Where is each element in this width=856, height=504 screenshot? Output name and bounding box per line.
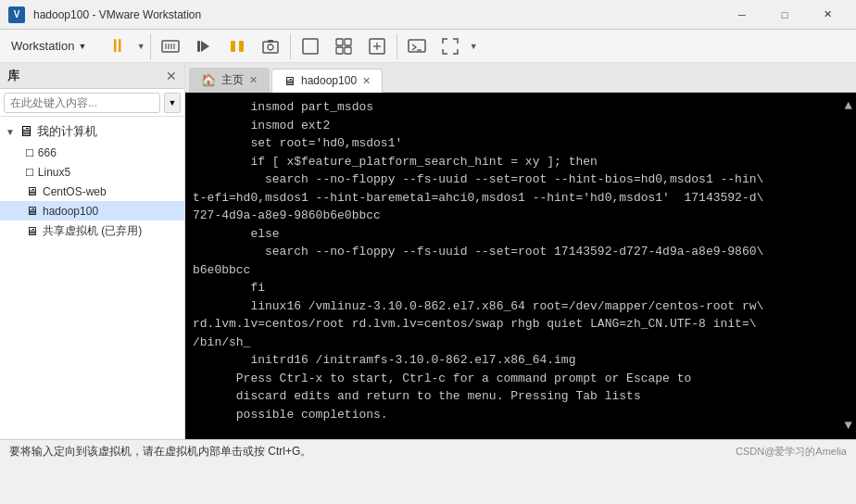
terminal-line: initrd16 /initramfs-3.10.0-862.el7.x86_6… xyxy=(193,351,849,370)
svg-point-10 xyxy=(268,44,273,50)
sidebar-item-shared-vm[interactable]: 🖥 共享虚拟机 (已弃用) xyxy=(0,220,184,242)
svg-rect-0 xyxy=(162,41,179,52)
item-label-linux5: Linux5 xyxy=(38,166,70,179)
sidebar-tree: ▼ 🖥 我的计算机 □ 666 □ Linux5 🖥 CentOS-web 🖥 … xyxy=(0,117,184,439)
console-button[interactable] xyxy=(400,30,434,63)
terminal-line: insmod ext2 xyxy=(193,117,849,135)
search-input[interactable] xyxy=(4,93,160,113)
terminal-content: insmod part_msdos insmod ext2 set root='… xyxy=(193,98,849,423)
hadoop-tab-label: hadoop100 xyxy=(301,74,357,87)
toolbar-separator-3 xyxy=(397,33,397,59)
my-computer-group[interactable]: ▼ 🖥 我的计算机 xyxy=(0,120,184,143)
svg-rect-15 xyxy=(336,47,343,54)
vm-icon-centos: 🖥 xyxy=(26,184,38,198)
app-icon: V xyxy=(7,6,26,24)
workstation-menu-label: Workstation xyxy=(11,39,74,53)
view-normal-button[interactable] xyxy=(294,30,327,63)
tab-home[interactable]: 🏠 主页 ✕ xyxy=(189,68,270,92)
power-on-button[interactable] xyxy=(187,30,220,63)
item-label-hadoop: hadoop100 xyxy=(43,205,98,218)
terminal-line: 727-4d9a-a8e9-9860b6e0bbcc xyxy=(193,207,849,225)
terminal-line: possible completions. xyxy=(193,406,849,424)
svg-rect-11 xyxy=(268,40,273,43)
vm-icon-shared: 🖥 xyxy=(26,224,38,238)
svg-rect-12 xyxy=(303,39,318,54)
tab-bar: 🏠 主页 ✕ 🖥 hadoop100 ✕ xyxy=(185,63,856,93)
sidebar-item-hadoop100[interactable]: 🖥 hadoop100 xyxy=(0,201,184,220)
terminal-line: discard edits and return to the menu. Pr… xyxy=(193,387,849,406)
fullscreen-button[interactable] xyxy=(434,30,467,63)
search-dropdown-button[interactable]: ▼ xyxy=(164,93,181,113)
suspend-button[interactable] xyxy=(220,30,254,63)
menu-dropdown-arrow: ▼ xyxy=(78,42,86,51)
svg-rect-6 xyxy=(197,41,200,52)
terminal-line: if [ x$feature_platform_search_hint = xy… xyxy=(193,153,849,171)
vm-icon-hadoop: 🖥 xyxy=(26,204,38,218)
sidebar-close-button[interactable]: ✕ xyxy=(166,69,177,83)
my-computer-label: 我的计算机 xyxy=(37,123,97,140)
window-controls: ─ □ ✕ xyxy=(721,0,849,30)
svg-rect-9 xyxy=(263,42,278,53)
computer-icon: 🖥 xyxy=(19,123,33,140)
svg-rect-16 xyxy=(345,47,351,54)
tree-expand-arrow: ▼ xyxy=(6,127,15,137)
svg-rect-8 xyxy=(239,41,244,52)
send-ctrl-alt-del-button[interactable] xyxy=(154,30,187,63)
item-label-centos: CentOS-web xyxy=(43,185,107,198)
view-tabs-button[interactable] xyxy=(327,30,360,63)
maximize-button[interactable]: □ xyxy=(763,0,806,30)
statusbar: 要将输入定向到该虚拟机，请在虚拟机内部单击或按 Ctrl+G。 CSDN@爱学习… xyxy=(0,439,856,463)
pause-dropdown[interactable]: ▼ xyxy=(134,30,147,63)
vmware-logo: V xyxy=(8,6,25,23)
terminal-line: else xyxy=(193,225,849,244)
vm-icon-linux5: □ xyxy=(26,165,33,179)
home-tab-icon: 🏠 xyxy=(201,73,216,87)
search-bar: ▼ xyxy=(0,89,184,117)
titlebar: V hadoop100 - VMware Workstation ─ □ ✕ xyxy=(0,0,856,30)
close-button[interactable]: ✕ xyxy=(806,0,849,30)
sidebar: 库 ✕ ▼ ▼ 🖥 我的计算机 □ 666 □ Linux5 🖥 xyxy=(0,63,185,439)
terminal-line: set root='hd0,msdos1' xyxy=(193,134,849,153)
sidebar-item-centos-web[interactable]: 🖥 CentOS-web xyxy=(0,182,184,201)
pause-button[interactable]: ⏸ xyxy=(101,30,134,63)
hadoop-tab-icon: 🖥 xyxy=(283,74,296,88)
terminal-line: insmod part_msdos xyxy=(193,98,849,117)
terminal-display[interactable]: ▲ insmod part_msdos insmod ext2 set root… xyxy=(185,93,856,439)
terminal-line: Press Ctrl-x to start, Ctrl-c for a comm… xyxy=(193,370,849,388)
svg-rect-14 xyxy=(345,39,351,45)
sidebar-item-linux5[interactable]: □ Linux5 xyxy=(0,162,184,182)
scroll-down-indicator: ▼ xyxy=(845,416,852,435)
svg-rect-7 xyxy=(231,41,235,52)
sidebar-title: 库 xyxy=(7,68,19,84)
stretch-button[interactable] xyxy=(360,30,394,63)
minimize-button[interactable]: ─ xyxy=(721,0,763,30)
tab-hadoop100[interactable]: 🖥 hadoop100 ✕ xyxy=(271,69,383,93)
workstation-menu[interactable]: Workstation ▼ xyxy=(4,35,94,57)
terminal-line: linux16 /vmlinuz-3.10.0-862.el7.x86_64 r… xyxy=(193,297,849,316)
toolbar-separator-2 xyxy=(290,33,291,59)
terminal-line: t-efi=hd0,msdos1 --hint-baremetal=ahci0,… xyxy=(193,189,849,208)
sidebar-header: 库 ✕ xyxy=(0,63,184,89)
svg-marker-5 xyxy=(201,41,209,52)
terminal-line: /bin/sh_ xyxy=(193,334,849,352)
terminal-line: b6e0bbcc xyxy=(193,261,849,280)
toolbar-separator-1 xyxy=(150,33,151,59)
menubar: Workstation ▼ ⏸ ▼ xyxy=(0,30,856,63)
view-dropdown[interactable]: ▼ xyxy=(467,30,480,63)
sidebar-item-666[interactable]: □ 666 xyxy=(0,143,184,162)
vm-icon-666: □ xyxy=(26,145,33,159)
window-title: hadoop100 - VMware Workstation xyxy=(33,8,721,21)
main-layout: 库 ✕ ▼ ▼ 🖥 我的计算机 □ 666 □ Linux5 🖥 xyxy=(0,63,856,439)
hadoop-tab-close[interactable]: ✕ xyxy=(362,75,371,87)
terminal-line: search --no-floppy --fs-uuid --set=root … xyxy=(193,243,849,261)
terminal-line: fi xyxy=(193,279,849,297)
terminal-line: rd.lvm.lv=centos/root rd.lvm.lv=centos/s… xyxy=(193,315,849,334)
item-label-shared: 共享虚拟机 (已弃用) xyxy=(43,223,142,239)
statusbar-left-text: 要将输入定向到该虚拟机，请在虚拟机内部单击或按 Ctrl+G。 xyxy=(9,444,311,460)
scroll-up-indicator: ▲ xyxy=(845,96,852,116)
terminal-line: search --no-floppy --fs-uuid --set=root … xyxy=(193,170,849,189)
svg-rect-13 xyxy=(336,39,343,45)
snapshot-button[interactable] xyxy=(254,30,287,63)
content-area: 🏠 主页 ✕ 🖥 hadoop100 ✕ ▲ insmod part_msdos… xyxy=(185,63,856,439)
home-tab-close[interactable]: ✕ xyxy=(249,74,258,86)
